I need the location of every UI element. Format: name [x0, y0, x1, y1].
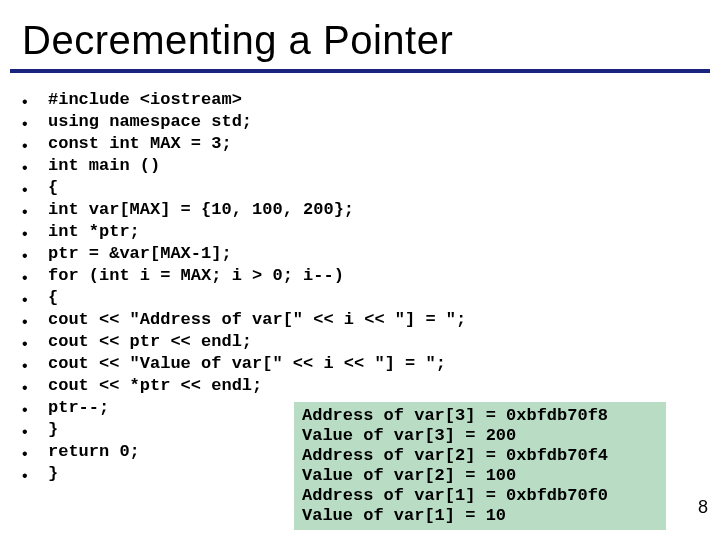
code-line: ptr = &var[MAX-1];: [48, 243, 232, 265]
bullet-icon: •: [22, 111, 48, 135]
code-line: int *ptr;: [48, 221, 140, 243]
code-line: }: [48, 463, 58, 485]
code-line: int main (): [48, 155, 160, 177]
code-line: cout << "Address of var[" << i << "] = "…: [48, 309, 466, 331]
output-line: Address of var[1] = 0xbfdb70f0: [302, 486, 608, 505]
code-line: const int MAX = 3;: [48, 133, 232, 155]
code-line: cout << ptr << endl;: [48, 331, 252, 353]
bullet-icon: •: [22, 89, 48, 113]
output-line: Address of var[3] = 0xbfdb70f8: [302, 406, 608, 425]
bullet-icon: •: [22, 419, 48, 443]
code-line: using namespace std;: [48, 111, 252, 133]
bullet-icon: •: [22, 133, 48, 157]
code-line: {: [48, 177, 58, 199]
bullet-icon: •: [22, 243, 48, 267]
page-number: 8: [698, 497, 708, 518]
code-line: {: [48, 287, 58, 309]
bullet-icon: •: [22, 221, 48, 245]
bullet-icon: •: [22, 265, 48, 289]
program-output-box: Address of var[3] = 0xbfdb70f8 Value of …: [294, 402, 666, 530]
bullet-icon: •: [22, 375, 48, 399]
output-line: Value of var[3] = 200: [302, 426, 516, 445]
code-line: int var[MAX] = {10, 100, 200};: [48, 199, 354, 221]
slide-title: Decrementing a Pointer: [0, 0, 720, 67]
code-line: ptr--;: [48, 397, 109, 419]
bullet-icon: •: [22, 309, 48, 333]
bullet-icon: •: [22, 331, 48, 355]
code-line: }: [48, 419, 58, 441]
output-line: Address of var[2] = 0xbfdb70f4: [302, 446, 608, 465]
bullet-icon: •: [22, 397, 48, 421]
bullet-icon: •: [22, 441, 48, 465]
code-line: cout << "Value of var[" << i << "] = ";: [48, 353, 446, 375]
bullet-icon: •: [22, 199, 48, 223]
bullet-icon: •: [22, 155, 48, 179]
bullet-icon: •: [22, 353, 48, 377]
output-line: Value of var[1] = 10: [302, 506, 506, 525]
code-line: cout << *ptr << endl;: [48, 375, 262, 397]
bullet-icon: •: [22, 463, 48, 487]
code-line: for (int i = MAX; i > 0; i--): [48, 265, 344, 287]
code-line: return 0;: [48, 441, 140, 463]
code-line: #include <iostream>: [48, 89, 242, 111]
bullet-icon: •: [22, 177, 48, 201]
bullet-icon: •: [22, 287, 48, 311]
output-line: Value of var[2] = 100: [302, 466, 516, 485]
